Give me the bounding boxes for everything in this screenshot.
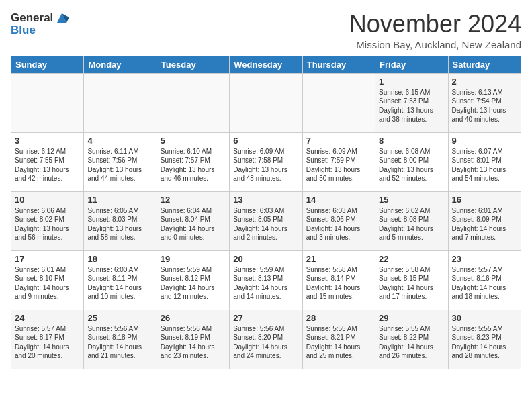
day-number: 19 — [161, 254, 226, 264]
day-number: 2 — [452, 77, 517, 87]
day-info: Sunrise: 5:57 AM Sunset: 8:17 PM Dayligh… — [15, 324, 80, 361]
day-number: 18 — [87, 254, 152, 264]
calendar-cell: 12Sunrise: 6:04 AM Sunset: 8:04 PM Dayli… — [157, 191, 229, 250]
location-subtitle: Mission Bay, Auckland, New Zealand — [349, 39, 521, 50]
calendar-cell: 21Sunrise: 5:58 AM Sunset: 8:14 PM Dayli… — [302, 250, 375, 310]
day-info: Sunrise: 6:00 AM Sunset: 8:11 PM Dayligh… — [87, 265, 152, 302]
calendar-cell: 30Sunrise: 5:55 AM Sunset: 8:23 PM Dayli… — [448, 310, 521, 369]
day-number: 20 — [233, 254, 298, 264]
logo: General Blue — [11, 11, 69, 37]
calendar-cell: 22Sunrise: 5:58 AM Sunset: 8:15 PM Dayli… — [375, 250, 448, 310]
day-info: Sunrise: 5:59 AM Sunset: 8:12 PM Dayligh… — [161, 265, 226, 302]
day-number: 13 — [233, 195, 298, 205]
logo-general-text: General — [11, 11, 53, 25]
day-number: 4 — [87, 136, 152, 146]
calendar-cell: 24Sunrise: 5:57 AM Sunset: 8:17 PM Dayli… — [11, 310, 84, 369]
day-number: 25 — [87, 313, 152, 323]
calendar-cell: 23Sunrise: 5:57 AM Sunset: 8:16 PM Dayli… — [448, 250, 521, 310]
calendar-cell — [157, 73, 229, 132]
day-number: 15 — [379, 195, 444, 205]
day-number: 16 — [452, 195, 517, 205]
calendar-week-2: 3Sunrise: 6:12 AM Sunset: 7:55 PM Daylig… — [11, 132, 521, 191]
day-info: Sunrise: 5:56 AM Sunset: 8:18 PM Dayligh… — [87, 324, 152, 361]
day-info: Sunrise: 6:15 AM Sunset: 7:53 PM Dayligh… — [379, 88, 444, 124]
day-info: Sunrise: 6:09 AM Sunset: 7:59 PM Dayligh… — [306, 147, 371, 183]
day-number: 5 — [161, 136, 226, 146]
day-info: Sunrise: 6:05 AM Sunset: 8:03 PM Dayligh… — [87, 206, 152, 242]
day-number: 1 — [379, 77, 444, 87]
day-info: Sunrise: 6:02 AM Sunset: 8:08 PM Dayligh… — [379, 206, 444, 242]
day-info: Sunrise: 5:55 AM Sunset: 8:22 PM Dayligh… — [379, 324, 444, 361]
day-number: 12 — [161, 195, 226, 205]
calendar-cell — [84, 73, 157, 132]
calendar-cell: 2Sunrise: 6:13 AM Sunset: 7:54 PM Daylig… — [448, 73, 521, 132]
calendar-cell: 17Sunrise: 6:01 AM Sunset: 8:10 PM Dayli… — [11, 250, 84, 310]
calendar-cell: 10Sunrise: 6:06 AM Sunset: 8:02 PM Dayli… — [11, 191, 84, 250]
calendar-cell — [11, 73, 84, 132]
calendar-cell: 11Sunrise: 6:05 AM Sunset: 8:03 PM Dayli… — [84, 191, 157, 250]
day-info: Sunrise: 6:06 AM Sunset: 8:02 PM Dayligh… — [15, 206, 80, 242]
calendar-cell: 6Sunrise: 6:09 AM Sunset: 7:58 PM Daylig… — [230, 132, 302, 191]
calendar-cell: 8Sunrise: 6:08 AM Sunset: 8:00 PM Daylig… — [375, 132, 448, 191]
day-info: Sunrise: 5:55 AM Sunset: 8:21 PM Dayligh… — [306, 324, 371, 361]
calendar-cell: 14Sunrise: 6:03 AM Sunset: 8:06 PM Dayli… — [302, 191, 375, 250]
calendar-cell: 19Sunrise: 5:59 AM Sunset: 8:12 PM Dayli… — [157, 250, 229, 310]
calendar-week-4: 17Sunrise: 6:01 AM Sunset: 8:10 PM Dayli… — [11, 250, 521, 310]
day-number: 11 — [87, 195, 152, 205]
day-info: Sunrise: 6:13 AM Sunset: 7:54 PM Dayligh… — [452, 88, 517, 124]
weekday-header-thursday: Thursday — [302, 56, 375, 73]
day-info: Sunrise: 6:09 AM Sunset: 7:58 PM Dayligh… — [233, 147, 298, 183]
calendar-cell: 9Sunrise: 6:07 AM Sunset: 8:01 PM Daylig… — [448, 132, 521, 191]
day-number: 29 — [379, 313, 444, 323]
calendar-cell: 13Sunrise: 6:03 AM Sunset: 8:05 PM Dayli… — [230, 191, 302, 250]
calendar-cell — [230, 73, 302, 132]
day-info: Sunrise: 5:55 AM Sunset: 8:23 PM Dayligh… — [452, 324, 517, 361]
day-info: Sunrise: 6:03 AM Sunset: 8:06 PM Dayligh… — [306, 206, 371, 242]
weekday-header-monday: Monday — [84, 56, 157, 73]
calendar-cell: 28Sunrise: 5:55 AM Sunset: 8:21 PM Dayli… — [302, 310, 375, 369]
calendar-cell: 27Sunrise: 5:56 AM Sunset: 8:20 PM Dayli… — [230, 310, 302, 369]
day-number: 28 — [306, 313, 371, 323]
weekday-header-sunday: Sunday — [11, 56, 84, 73]
day-number: 22 — [379, 254, 444, 264]
day-info: Sunrise: 5:56 AM Sunset: 8:20 PM Dayligh… — [233, 324, 298, 361]
logo-blue-text: Blue — [11, 24, 69, 37]
day-number: 7 — [306, 136, 371, 146]
calendar-week-5: 24Sunrise: 5:57 AM Sunset: 8:17 PM Dayli… — [11, 310, 521, 369]
calendar-header: SundayMondayTuesdayWednesdayThursdayFrid… — [11, 56, 521, 73]
day-number: 24 — [15, 313, 80, 323]
day-info: Sunrise: 6:10 AM Sunset: 7:57 PM Dayligh… — [161, 147, 226, 183]
calendar-cell: 15Sunrise: 6:02 AM Sunset: 8:08 PM Dayli… — [375, 191, 448, 250]
day-number: 21 — [306, 254, 371, 264]
day-info: Sunrise: 6:04 AM Sunset: 8:04 PM Dayligh… — [161, 206, 226, 242]
calendar-cell: 26Sunrise: 5:56 AM Sunset: 8:19 PM Dayli… — [157, 310, 229, 369]
day-number: 9 — [452, 136, 517, 146]
day-info: Sunrise: 6:07 AM Sunset: 8:01 PM Dayligh… — [452, 147, 517, 183]
title-area: November 2024 Mission Bay, Auckland, New… — [349, 11, 521, 50]
day-number: 10 — [15, 195, 80, 205]
calendar-cell: 18Sunrise: 6:00 AM Sunset: 8:11 PM Dayli… — [84, 250, 157, 310]
calendar-week-1: 1Sunrise: 6:15 AM Sunset: 7:53 PM Daylig… — [11, 73, 521, 132]
day-number: 17 — [15, 254, 80, 264]
calendar-cell: 3Sunrise: 6:12 AM Sunset: 7:55 PM Daylig… — [11, 132, 84, 191]
calendar-cell: 7Sunrise: 6:09 AM Sunset: 7:59 PM Daylig… — [302, 132, 375, 191]
day-info: Sunrise: 5:58 AM Sunset: 8:15 PM Dayligh… — [379, 265, 444, 302]
day-number: 3 — [15, 136, 80, 146]
calendar-cell: 25Sunrise: 5:56 AM Sunset: 8:18 PM Dayli… — [84, 310, 157, 369]
day-number: 8 — [379, 136, 444, 146]
calendar-cell — [302, 73, 375, 132]
calendar-cell: 20Sunrise: 5:59 AM Sunset: 8:13 PM Dayli… — [230, 250, 302, 310]
day-number: 27 — [233, 313, 298, 323]
day-info: Sunrise: 6:11 AM Sunset: 7:56 PM Dayligh… — [87, 147, 152, 183]
day-number: 6 — [233, 136, 298, 146]
calendar-week-3: 10Sunrise: 6:06 AM Sunset: 8:02 PM Dayli… — [11, 191, 521, 250]
calendar-cell: 4Sunrise: 6:11 AM Sunset: 7:56 PM Daylig… — [84, 132, 157, 191]
day-info: Sunrise: 6:08 AM Sunset: 8:00 PM Dayligh… — [379, 147, 444, 183]
day-number: 23 — [452, 254, 517, 264]
day-info: Sunrise: 6:01 AM Sunset: 8:10 PM Dayligh… — [15, 265, 80, 302]
month-title: November 2024 — [349, 11, 521, 38]
day-info: Sunrise: 5:59 AM Sunset: 8:13 PM Dayligh… — [233, 265, 298, 302]
day-number: 30 — [452, 313, 517, 323]
day-info: Sunrise: 6:12 AM Sunset: 7:55 PM Dayligh… — [15, 147, 80, 183]
calendar-cell: 1Sunrise: 6:15 AM Sunset: 7:53 PM Daylig… — [375, 73, 448, 132]
